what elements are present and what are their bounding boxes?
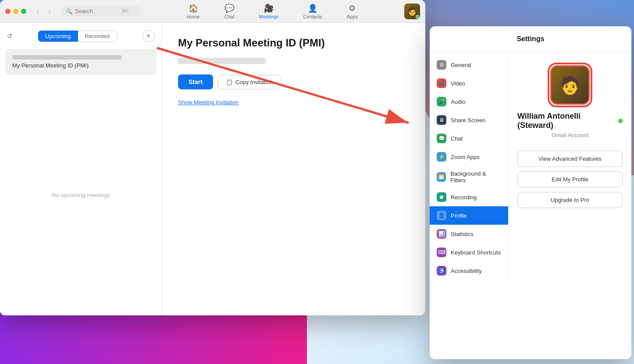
view-advanced-button[interactable]: View Advanced Features <box>517 151 623 167</box>
search-bar: 🔍 ⌘F <box>61 6 140 16</box>
meeting-actions: Start 📋 Copy Invitation <box>178 74 410 89</box>
audio-icon: 🎤 <box>437 97 446 106</box>
settings-item-accessibility[interactable]: ♿ Accessibility <box>430 262 508 280</box>
settings-panel: Settings ⚙ General 📹 Video 🎤 Audio 🖥 Sha… <box>430 26 631 359</box>
statistics-label: Statistics <box>451 231 474 237</box>
nav-meetings-label: Meetings <box>259 14 279 19</box>
meeting-detail-title: My Personal Meeting ID (PMI) <box>178 37 410 49</box>
settings-item-recording[interactable]: ⏺ Recording <box>430 188 508 206</box>
background-icon: 🌅 <box>437 172 446 182</box>
search-shortcut: ⌘F <box>121 8 129 14</box>
maximize-button[interactable] <box>21 9 26 14</box>
nav-home-label: Home <box>187 14 199 19</box>
top-nav: 🏠 Home 💬 Chat 🎥 Meetings 👤 Contacts ⚙ Ap… <box>144 2 401 21</box>
recording-label: Recording <box>451 194 477 201</box>
status-dot <box>416 15 420 19</box>
chat-icon: 💬 <box>224 4 234 13</box>
settings-item-background[interactable]: 🌅 Background & Filters <box>430 166 508 188</box>
accessibility-label: Accessibility <box>451 268 482 274</box>
meetings-icon: 🎥 <box>264 4 274 13</box>
settings-body: ⚙ General 📹 Video 🎤 Audio 🖥 Share Screen… <box>430 52 631 283</box>
close-button[interactable] <box>5 9 11 14</box>
nav-meetings[interactable]: 🎥 Meetings <box>256 2 282 21</box>
zoomapps-label: Zoom Apps <box>451 154 480 160</box>
zoomapps-icon: ⚡ <box>437 152 446 162</box>
settings-title: Settings <box>516 35 544 42</box>
zoom-window: ‹ › 🔍 ⌘F 🏠 Home 💬 Chat 🎥 Meetings 👤 <box>0 0 425 315</box>
keyboard-label: Keyboard Shortcuts <box>451 249 501 256</box>
keyboard-icon: ⌨ <box>437 247 446 257</box>
add-meeting-button[interactable]: + <box>142 30 155 42</box>
general-label: General <box>451 62 471 68</box>
background-label: Background & Filters <box>450 170 501 184</box>
meeting-id-display <box>178 58 266 64</box>
profile-menu-label: Profile <box>451 212 467 219</box>
settings-header: Settings <box>430 26 631 52</box>
profile-panel: 🧑 William Antonelli (Steward) Gmail Acco… <box>509 52 631 283</box>
profile-avatar: 🧑 <box>550 65 590 105</box>
settings-item-general[interactable]: ⚙ General <box>430 56 508 74</box>
meeting-detail: My Personal Meeting ID (PMI) Start 📋 Cop… <box>162 23 425 315</box>
search-input[interactable] <box>75 8 119 14</box>
tab-upcoming[interactable]: Upcoming <box>38 31 78 42</box>
nav-home[interactable]: 🏠 Home <box>183 2 203 21</box>
general-icon: ⚙ <box>437 60 446 70</box>
traffic-lights <box>5 9 26 14</box>
nav-contacts[interactable]: 👤 Contacts <box>299 2 325 21</box>
profile-account: Gmail Account <box>552 132 588 138</box>
profile-status-dot <box>618 119 623 123</box>
profile-avatar-container: 🧑 <box>550 65 590 105</box>
video-label: Video <box>451 80 465 87</box>
minimize-button[interactable] <box>13 9 18 14</box>
refresh-button[interactable]: ↺ <box>7 32 12 39</box>
user-avatar-button[interactable]: 🧑 <box>404 4 420 19</box>
meeting-list-item[interactable]: My Personal Meeting ID (PMI) <box>5 49 157 75</box>
settings-item-audio[interactable]: 🎤 Audio <box>430 92 508 111</box>
nav-chat[interactable]: 💬 Chat <box>221 2 238 21</box>
statistics-icon: 📊 <box>437 229 446 239</box>
forward-arrow[interactable]: › <box>45 7 54 16</box>
recording-icon: ⏺ <box>437 192 446 202</box>
copy-icon: 📋 <box>226 79 233 85</box>
share-icon: 🖥 <box>437 115 446 125</box>
video-icon: 📹 <box>437 78 446 88</box>
copy-invitation-label: Copy Invitation <box>235 79 273 85</box>
settings-item-zoomapps[interactable]: ⚡ Zoom Apps <box>430 148 508 166</box>
settings-menu: ⚙ General 📹 Video 🎤 Audio 🖥 Share Screen… <box>430 52 509 283</box>
share-label: Share Screen <box>451 117 486 124</box>
contacts-icon: 👤 <box>308 4 317 13</box>
profile-name: William Antonelli (Steward) <box>517 112 623 130</box>
settings-item-share[interactable]: 🖥 Share Screen <box>430 111 508 129</box>
profile-name-text: William Antonelli (Steward) <box>517 112 616 130</box>
copy-invitation-button[interactable]: 📋 Copy Invitation <box>217 75 281 89</box>
settings-item-chat[interactable]: 💬 Chat <box>430 129 508 148</box>
no-meetings-text: No upcoming meetings <box>0 75 162 315</box>
settings-item-statistics[interactable]: 📊 Statistics <box>430 225 508 243</box>
main-content: ↺ Upcoming Recorded + My Personal Meetin… <box>0 23 425 315</box>
home-icon: 🏠 <box>189 4 198 13</box>
upgrade-pro-button[interactable]: Upgrade to Pro <box>517 192 623 208</box>
search-icon: 🔍 <box>66 8 72 14</box>
tab-recorded[interactable]: Recorded <box>78 31 117 42</box>
profile-menu-icon: 👤 <box>437 211 446 220</box>
meeting-item-title: My Personal Meeting ID (PMI) <box>12 62 150 69</box>
title-bar: ‹ › 🔍 ⌘F 🏠 Home 💬 Chat 🎥 Meetings 👤 <box>0 0 425 23</box>
back-arrow[interactable]: ‹ <box>33 7 43 16</box>
accessibility-icon: ♿ <box>437 266 446 276</box>
settings-item-video[interactable]: 📹 Video <box>430 74 508 92</box>
nav-apps-label: Apps <box>347 14 358 19</box>
sidebar-header: ↺ Upcoming Recorded + <box>0 23 162 49</box>
nav-apps[interactable]: ⚙ Apps <box>343 2 361 21</box>
nav-contacts-label: Contacts <box>303 14 322 19</box>
settings-item-profile[interactable]: 👤 Profile <box>430 206 508 225</box>
sidebar: ↺ Upcoming Recorded + My Personal Meetin… <box>0 23 162 315</box>
edit-profile-button[interactable]: Edit My Profile <box>517 171 623 187</box>
chat-menu-label: Chat <box>451 135 463 142</box>
start-meeting-button[interactable]: Start <box>178 74 213 89</box>
settings-item-keyboard[interactable]: ⌨ Keyboard Shortcuts <box>430 243 508 262</box>
apps-icon: ⚙ <box>349 4 356 13</box>
show-invitation-button[interactable]: Show Meeting Invitation <box>178 99 239 106</box>
meeting-id-blurred <box>12 55 122 60</box>
nav-chat-label: Chat <box>224 14 234 19</box>
nav-arrows: ‹ › <box>33 7 54 16</box>
